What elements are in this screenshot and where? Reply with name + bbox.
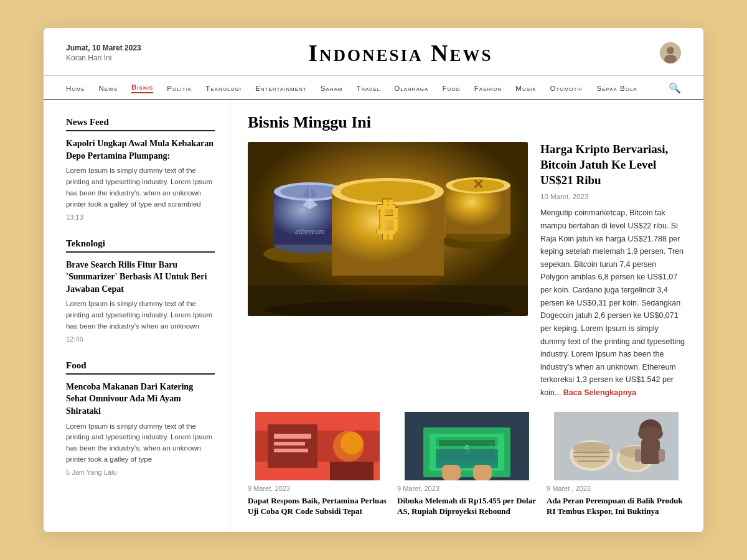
sidebar-food-title: Food: [66, 360, 215, 375]
bottom-article-1-title[interactable]: Dapat Respons Baik, Pertamina Perluas Uj…: [248, 495, 387, 517]
svg-rect-26: [248, 285, 528, 316]
featured-row: ✕ ₿ ₿ ethereum: [248, 142, 686, 399]
sidebar-news-feed-section: News Feed Kapolri Ungkap Awal Mula Kebak…: [66, 117, 215, 220]
sidebar-article-2-excerpt: Lorem Ipsum is simply dummy text of the …: [66, 299, 215, 332]
sidebar-article-3-excerpt: Lorem Ipsum is simply dummy text of the …: [66, 421, 215, 465]
featured-side: Harga Kripto Bervariasi, Bitcoin Jatuh K…: [540, 142, 686, 399]
svg-rect-45: [473, 465, 492, 480]
sidebar-article-3-time: 5 Jam Yang Lalu: [66, 469, 215, 476]
svg-rect-32: [274, 449, 308, 452]
avatar[interactable]: [660, 42, 681, 63]
bottom-article-1-date: 9 Maret, 2023: [248, 485, 387, 492]
articles-area: Bisnis Minggu Ini: [230, 100, 703, 532]
sidebar-article-3-title[interactable]: Mencoba Makanan Dari Katering Sehat Omni…: [66, 381, 215, 418]
sidebar-teknologi-title: Teknologi: [66, 238, 215, 253]
svg-point-60: [638, 426, 663, 441]
svg-rect-44: [442, 465, 461, 480]
nav-item-musik[interactable]: Musik: [515, 85, 536, 92]
nav-item-travel[interactable]: Travel: [357, 85, 381, 92]
nav-item-fashion[interactable]: Fashion: [474, 85, 502, 92]
nav-item-politik[interactable]: Politik: [167, 85, 192, 92]
svg-rect-31: [274, 442, 305, 446]
svg-rect-43: [436, 449, 498, 468]
bottom-article-2: $ 9 Maret, 2023 Dibuka Melemah di Rp15.4…: [397, 412, 537, 517]
svg-point-1: [667, 47, 674, 54]
bottom-articles: 9 Maret, 2023 Dapat Respons Baik, Pertam…: [248, 412, 686, 517]
bottom-article-3-image: [547, 412, 686, 480]
sidebar-article-1-time: 13:13: [66, 213, 215, 221]
search-icon[interactable]: 🔍: [669, 82, 681, 94]
sidebar-article-1-excerpt: Lorem Ipsum is simply dummy text of the …: [66, 166, 215, 210]
svg-rect-58: [641, 439, 660, 464]
featured-article-title[interactable]: Harga Kripto Bervariasi, Bitcoin Jatuh K…: [540, 142, 686, 188]
svg-rect-30: [274, 434, 311, 439]
read-more-link[interactable]: Baca Selengkapnya: [563, 388, 636, 397]
svg-text:✕: ✕: [472, 177, 484, 192]
sidebar-teknologi-section: Teknologi Brave Search Rilis Fitur Baru …: [66, 238, 215, 343]
nav-item-entertainment[interactable]: Entertainment: [255, 85, 307, 92]
header: Jumat, 10 Maret 2023 Koran Hari Ini Indo…: [44, 28, 703, 76]
sidebar-food-section: Food Mencoba Makanan Dari Katering Sehat…: [66, 360, 215, 476]
bottom-article-1-image: [248, 412, 387, 480]
svg-text:₿: ₿: [377, 195, 399, 243]
header-date: Jumat, 10 Maret 2023 Koran Hari Ini: [66, 44, 141, 62]
svg-point-34: [341, 432, 363, 454]
featured-image: ✕ ₿ ₿ ethereum: [248, 142, 528, 316]
nav-item-bisnis[interactable]: Bisnis: [131, 83, 153, 93]
nav-item-olahraga[interactable]: Olahraga: [394, 85, 428, 92]
bottom-article-2-image: $: [397, 412, 537, 480]
svg-rect-35: [330, 462, 374, 480]
bottom-article-2-date: 9 Maret, 2023: [397, 485, 537, 492]
bottom-article-3: 9 Maret , 2023 Ada Peran Perempuan di Ba…: [547, 412, 686, 517]
site-title: Indonesia News: [308, 39, 492, 67]
nav-item-saham[interactable]: Saham: [321, 85, 343, 92]
svg-point-2: [664, 55, 677, 63]
sidebar-news-feed-title: News Feed: [66, 117, 215, 131]
newspaper-container: Jumat, 10 Maret 2023 Koran Hari Ini Indo…: [44, 28, 703, 532]
sidebar-article-1-title[interactable]: Kapolri Ungkap Awal Mula Kebakaran Depo …: [66, 138, 215, 162]
nav-bar: Home News Bisnis Politik Teknologi Enter…: [44, 76, 703, 100]
svg-text:ethereum: ethereum: [295, 226, 325, 236]
sidebar-article-2-time: 12:46: [66, 335, 215, 343]
bottom-article-3-title[interactable]: Ada Peran Perempuan di Balik Produk RI T…: [547, 495, 686, 517]
nav-item-news[interactable]: News: [99, 85, 118, 92]
nav-item-home[interactable]: Home: [66, 85, 85, 92]
svg-rect-61: [635, 449, 641, 462]
sidebar: News Feed Kapolri Ungkap Awal Mula Kebak…: [44, 100, 230, 532]
svg-rect-62: [659, 449, 665, 462]
nav-item-sepakbola[interactable]: Sepak Bola: [596, 85, 637, 92]
nav-item-teknologi[interactable]: Teknologi: [205, 85, 242, 92]
nav-item-otomotif[interactable]: Otomotif: [550, 85, 583, 92]
section-heading: Bisnis Minggu Ini: [248, 113, 686, 132]
date-sub: Koran Hari Ini: [66, 54, 141, 62]
featured-article-date: 10 Maret, 2023: [540, 193, 686, 200]
bottom-article-3-date: 9 Maret , 2023: [547, 485, 686, 492]
sidebar-article-2-title[interactable]: Brave Search Rilis Fitur Baru 'Summarize…: [66, 259, 215, 296]
bottom-article-2-title[interactable]: Dibuka Melemah di Rp15.455 per Dolar AS,…: [397, 495, 537, 517]
date-main: Jumat, 10 Maret 2023: [66, 44, 141, 52]
featured-article-body: Mengutip coinmarketcap, Bitcoin tak mamp…: [540, 207, 686, 399]
svg-rect-29: [268, 424, 317, 468]
main-content: News Feed Kapolri Ungkap Awal Mula Kebak…: [44, 100, 703, 532]
bottom-article-1: 9 Maret, 2023 Dapat Respons Baik, Pertam…: [248, 412, 387, 517]
nav-item-food[interactable]: Food: [442, 85, 460, 92]
